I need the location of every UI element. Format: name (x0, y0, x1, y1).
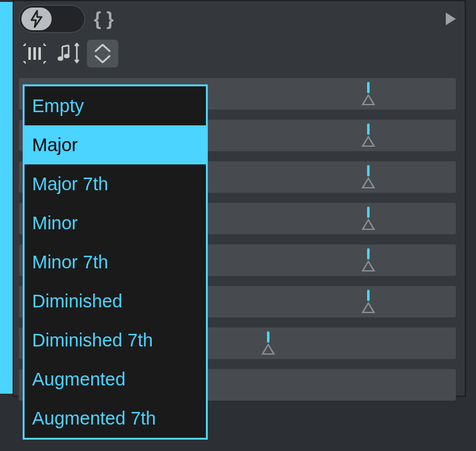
slider-thumb[interactable] (361, 207, 375, 232)
slider-thumb[interactable] (361, 248, 375, 273)
dropdown-item[interactable]: Augmented (25, 360, 206, 399)
accent-strip (0, 2, 13, 394)
thumb-base (361, 219, 375, 230)
toggle-knob (21, 8, 52, 30)
power-toggle[interactable] (19, 5, 85, 33)
thumb-indicator (367, 248, 370, 260)
svg-rect-2 (38, 47, 41, 60)
thumb-indicator (367, 165, 370, 176)
play-button[interactable] (446, 13, 456, 25)
thumb-indicator (367, 290, 370, 301)
dropdown-item[interactable]: Empty (25, 86, 206, 125)
piano-roll-button[interactable] (19, 40, 50, 67)
dropdown-item[interactable]: Minor 7th (25, 243, 206, 282)
slider-thumb[interactable] (261, 331, 275, 357)
chord-dropdown[interactable]: EmptyMajorMajor 7thMinorMinor 7thDiminis… (23, 84, 208, 440)
svg-rect-1 (33, 47, 36, 60)
thumb-base (361, 177, 375, 188)
up-down-chevrons-icon (93, 43, 113, 64)
dropdown-item[interactable]: Major 7th (25, 164, 206, 203)
svg-rect-0 (28, 47, 31, 60)
piano-roll-icon (23, 43, 47, 64)
lightning-icon (30, 10, 43, 28)
svg-point-4 (64, 54, 70, 59)
thumb-indicator (267, 331, 269, 343)
notes-button[interactable] (53, 40, 84, 67)
thumb-base (261, 343, 275, 355)
dropdown-item[interactable]: Diminished 7th (25, 321, 206, 360)
top-toolbar: { } (14, 1, 465, 37)
slider-thumb[interactable] (361, 165, 375, 190)
notes-icon (56, 43, 81, 64)
thumb-base (361, 260, 375, 271)
slider-thumb[interactable] (361, 82, 375, 107)
thumb-indicator (367, 123, 370, 135)
thumb-base (361, 135, 375, 147)
slider-thumb[interactable] (361, 123, 375, 149)
thumb-indicator (367, 82, 370, 93)
slider-thumb[interactable] (361, 290, 375, 315)
thumb-indicator (367, 207, 370, 218)
thumb-base (361, 302, 375, 313)
dropdown-item[interactable]: Major (25, 125, 206, 164)
thumb-base (361, 94, 375, 105)
svg-point-3 (58, 57, 64, 61)
mid-toolbar (14, 37, 465, 71)
dropdown-item[interactable]: Augmented 7th (25, 399, 206, 438)
braces-button[interactable]: { } (90, 5, 118, 33)
chevrons-button[interactable] (87, 40, 118, 67)
dropdown-item[interactable]: Minor (25, 203, 206, 243)
dropdown-item[interactable]: Diminished (25, 282, 206, 321)
